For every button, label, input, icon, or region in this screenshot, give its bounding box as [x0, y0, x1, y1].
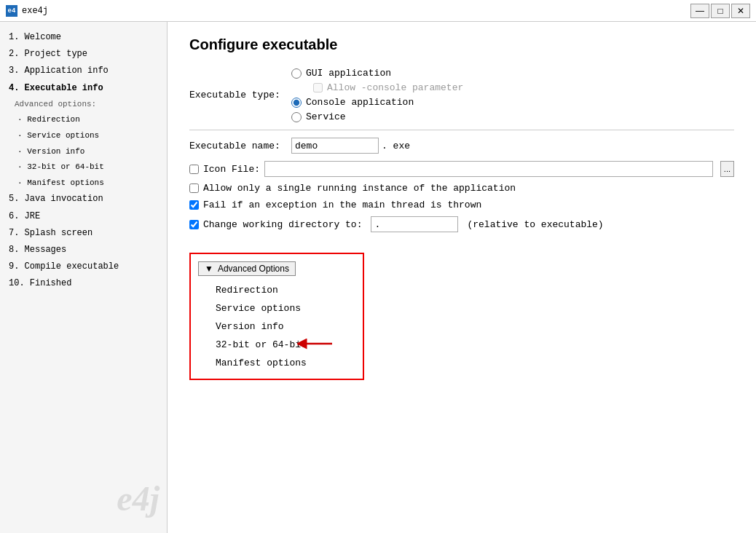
sidebar-adv-label: Advanced options:: [6, 97, 161, 113]
console-param-row: Allow -console parameter: [291, 82, 463, 93]
exe-type-label: Executable type:: [189, 90, 291, 100]
radio-console-label: Console application: [306, 97, 414, 108]
icon-file-label: Icon File:: [203, 164, 260, 175]
watermark: e4j: [117, 478, 160, 518]
radio-console[interactable]: [291, 98, 302, 108]
fail-thread-checkbox[interactable]: [189, 200, 199, 210]
close-button[interactable]: ✕: [731, 4, 750, 18]
single-instance-row: Allow only a single running instance of …: [189, 183, 734, 194]
exe-name-input[interactable]: [291, 138, 379, 154]
sidebar-item-exe-info[interactable]: 4. Executable info: [6, 80, 161, 97]
radio-service-label: Service: [306, 111, 346, 122]
sidebar-adv-service[interactable]: · Service options: [6, 128, 161, 144]
sidebar-adv-version[interactable]: · Version info: [6, 144, 161, 160]
sidebar: 1. Welcome 2. Project type 3. Applicatio…: [0, 22, 168, 533]
advanced-header: ▼ Advanced Options: [198, 261, 355, 276]
advanced-menu: Redirection Service options Version info…: [198, 282, 355, 371]
change-dir-row: Change working directory to: (relative t…: [189, 216, 734, 232]
advanced-menu-service-options[interactable]: Service options: [210, 300, 355, 317]
advanced-toggle-icon: ▼: [205, 264, 213, 274]
icon-file-input[interactable]: [264, 161, 713, 177]
sidebar-item-compile[interactable]: 9. Compile executable: [6, 258, 161, 275]
exe-type-radio-group: GUI application Allow -console parameter…: [291, 68, 463, 122]
radio-console-row: Console application: [291, 97, 463, 108]
change-dir-checkbox[interactable]: [189, 220, 199, 229]
maximize-button[interactable]: □: [711, 4, 730, 18]
sidebar-item-jre[interactable]: 6. JRE: [6, 208, 161, 225]
radio-gui-row: GUI application: [291, 68, 463, 79]
advanced-menu-version-info[interactable]: Version info: [210, 318, 355, 335]
advanced-menu-redirection[interactable]: Redirection: [210, 282, 355, 299]
page-title: Configure executable: [189, 36, 734, 53]
single-instance-checkbox[interactable]: [189, 183, 199, 193]
sidebar-adv-redirection[interactable]: · Redirection: [6, 112, 161, 128]
sidebar-item-java[interactable]: 5. Java invocation: [6, 191, 161, 208]
radio-service-row: Service: [291, 111, 463, 122]
fail-thread-row: Fail if an exception in the main thread …: [189, 200, 734, 210]
single-instance-label: Allow only a single running instance of …: [203, 183, 516, 194]
red-arrow-icon: [297, 335, 334, 355]
radio-gui[interactable]: [291, 68, 302, 79]
sidebar-item-finished[interactable]: 10. Finished: [6, 275, 161, 292]
sidebar-item-app-info[interactable]: 3. Application info: [6, 63, 161, 79]
radio-service[interactable]: [291, 112, 302, 122]
advanced-toggle-btn[interactable]: ▼ Advanced Options: [198, 261, 296, 276]
advanced-options-section: ▼ Advanced Options Redirection Service o…: [189, 253, 364, 380]
checkbox-console-param[interactable]: [313, 83, 323, 92]
fail-thread-label: Fail if an exception in the main thread …: [203, 200, 481, 210]
advanced-toggle-label: Advanced Options: [218, 264, 289, 274]
app-icon: e4: [6, 5, 17, 17]
sidebar-item-project-type[interactable]: 2. Project type: [6, 46, 161, 63]
icon-file-row: Icon File: ...: [189, 161, 734, 177]
change-dir-input[interactable]: [371, 216, 458, 232]
radio-gui-label: GUI application: [306, 68, 391, 79]
main-content: 1. Welcome 2. Project type 3. Applicatio…: [0, 22, 756, 533]
title-bar: e4 exe4j — □ ✕: [0, 0, 756, 22]
advanced-menu-32bit[interactable]: 32-bit or 64-bit: [210, 336, 355, 353]
exe-name-row: Executable name: . exe: [189, 138, 734, 154]
sidebar-adv-32bit[interactable]: · 32-bit or 64-bit: [6, 159, 161, 175]
content-area: Configure executable Executable type: GU…: [168, 22, 756, 533]
console-param-label: Allow -console parameter: [327, 82, 463, 93]
sidebar-adv-manifest[interactable]: · Manifest options: [6, 175, 161, 192]
icon-file-checkbox[interactable]: [189, 165, 199, 174]
icon-file-browse-btn[interactable]: ...: [720, 161, 734, 177]
exe-type-row: Executable type: GUI application Allow -…: [189, 68, 734, 122]
change-dir-label: Change working directory to:: [203, 219, 362, 230]
sidebar-item-messages[interactable]: 8. Messages: [6, 242, 161, 258]
advanced-menu-manifest[interactable]: Manifest options: [210, 355, 355, 371]
exe-name-label: Executable name:: [189, 141, 291, 151]
sidebar-item-splash[interactable]: 7. Splash screen: [6, 225, 161, 242]
change-dir-suffix: (relative to executable): [467, 219, 603, 230]
window-title: exe4j: [22, 6, 690, 16]
window-controls: — □ ✕: [690, 4, 750, 18]
minimize-button[interactable]: —: [690, 4, 709, 18]
sidebar-item-welcome[interactable]: 1. Welcome: [6, 29, 161, 46]
exe-suffix: . exe: [382, 141, 410, 151]
